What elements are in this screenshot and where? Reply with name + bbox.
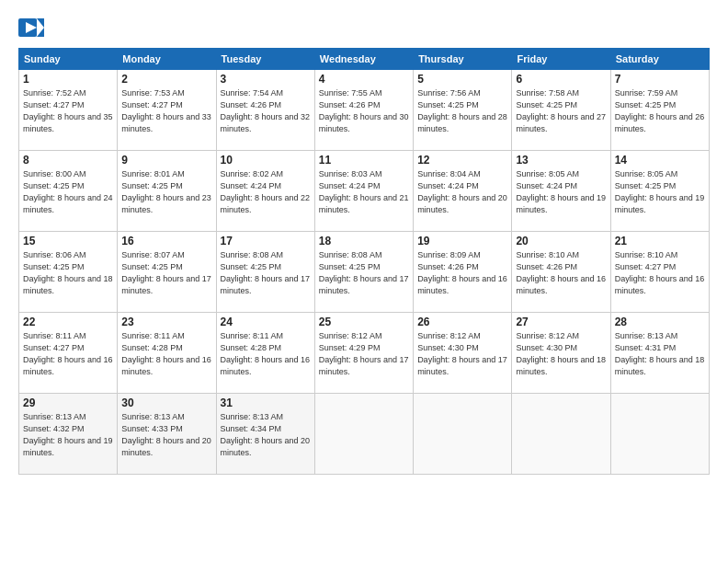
calendar-cell: 28Sunrise: 8:13 AM Sunset: 4:31 PM Dayli…: [610, 313, 709, 394]
calendar-cell: 29Sunrise: 8:13 AM Sunset: 4:32 PM Dayli…: [19, 394, 118, 475]
day-info: Sunrise: 7:56 AM Sunset: 4:25 PM Dayligh…: [417, 87, 507, 135]
day-number: 12: [417, 154, 507, 167]
day-number: 29: [23, 396, 113, 409]
day-info: Sunrise: 8:13 AM Sunset: 4:32 PM Dayligh…: [23, 411, 113, 459]
day-number: 28: [615, 316, 705, 328]
day-number: 9: [121, 154, 211, 167]
day-number: 31: [221, 396, 311, 409]
calendar-cell: 30Sunrise: 8:13 AM Sunset: 4:33 PM Dayli…: [118, 394, 216, 475]
day-info: Sunrise: 8:08 AM Sunset: 4:25 PM Dayligh…: [221, 249, 311, 297]
calendar-cell: 13Sunrise: 8:05 AM Sunset: 4:24 PM Dayli…: [512, 151, 610, 232]
header: [18, 15, 710, 40]
day-info: Sunrise: 8:03 AM Sunset: 4:24 PM Dayligh…: [319, 168, 409, 216]
day-info: Sunrise: 7:52 AM Sunset: 4:27 PM Dayligh…: [23, 87, 113, 135]
weekday-header-saturday: Saturday: [610, 49, 709, 70]
calendar-cell: 24Sunrise: 8:11 AM Sunset: 4:28 PM Dayli…: [216, 313, 314, 394]
logo: [18, 15, 48, 40]
day-info: Sunrise: 8:01 AM Sunset: 4:25 PM Dayligh…: [121, 168, 211, 216]
day-info: Sunrise: 8:13 AM Sunset: 4:33 PM Dayligh…: [121, 411, 211, 459]
weekday-header-thursday: Thursday: [414, 49, 512, 70]
calendar-cell: 7Sunrise: 7:59 AM Sunset: 4:25 PM Daylig…: [610, 70, 709, 151]
day-number: 7: [615, 73, 705, 86]
week-row-4: 22Sunrise: 8:11 AM Sunset: 4:27 PM Dayli…: [19, 313, 710, 394]
day-number: 13: [516, 154, 606, 167]
day-number: 20: [516, 235, 606, 247]
calendar-cell: 12Sunrise: 8:04 AM Sunset: 4:24 PM Dayli…: [414, 151, 512, 232]
day-info: Sunrise: 7:59 AM Sunset: 4:25 PM Dayligh…: [615, 87, 705, 135]
day-number: 26: [417, 316, 507, 328]
day-number: 14: [615, 154, 705, 167]
day-number: 2: [121, 73, 211, 86]
day-number: 24: [221, 316, 311, 328]
day-number: 23: [121, 316, 211, 328]
calendar-table: SundayMondayTuesdayWednesdayThursdayFrid…: [18, 48, 710, 475]
calendar-cell: 25Sunrise: 8:12 AM Sunset: 4:29 PM Dayli…: [314, 313, 413, 394]
day-info: Sunrise: 8:09 AM Sunset: 4:26 PM Dayligh…: [417, 249, 507, 297]
day-info: Sunrise: 8:11 AM Sunset: 4:28 PM Dayligh…: [221, 330, 311, 378]
calendar-cell: 23Sunrise: 8:11 AM Sunset: 4:28 PM Dayli…: [118, 313, 216, 394]
day-number: 17: [221, 235, 311, 247]
calendar-cell: 2Sunrise: 7:53 AM Sunset: 4:27 PM Daylig…: [118, 70, 216, 151]
calendar-cell: 15Sunrise: 8:06 AM Sunset: 4:25 PM Dayli…: [19, 232, 118, 313]
day-number: 27: [516, 316, 606, 328]
day-info: Sunrise: 8:10 AM Sunset: 4:26 PM Dayligh…: [516, 249, 606, 297]
day-number: 10: [221, 154, 311, 167]
calendar-cell: 6Sunrise: 7:58 AM Sunset: 4:25 PM Daylig…: [512, 70, 610, 151]
day-info: Sunrise: 8:07 AM Sunset: 4:25 PM Dayligh…: [121, 249, 211, 297]
calendar-cell: 20Sunrise: 8:10 AM Sunset: 4:26 PM Dayli…: [512, 232, 610, 313]
day-number: 6: [516, 73, 606, 86]
day-info: Sunrise: 8:11 AM Sunset: 4:28 PM Dayligh…: [121, 330, 211, 378]
calendar-cell: 16Sunrise: 8:07 AM Sunset: 4:25 PM Dayli…: [118, 232, 216, 313]
calendar-cell: [610, 394, 709, 475]
day-info: Sunrise: 8:08 AM Sunset: 4:25 PM Dayligh…: [319, 249, 409, 297]
day-info: Sunrise: 8:04 AM Sunset: 4:24 PM Dayligh…: [417, 168, 507, 216]
calendar-cell: 17Sunrise: 8:08 AM Sunset: 4:25 PM Dayli…: [216, 232, 314, 313]
day-number: 16: [121, 235, 211, 247]
logo-icon: [18, 15, 44, 40]
calendar-cell: 1Sunrise: 7:52 AM Sunset: 4:27 PM Daylig…: [19, 70, 118, 151]
day-info: Sunrise: 7:58 AM Sunset: 4:25 PM Dayligh…: [516, 87, 606, 135]
weekday-header-monday: Monday: [118, 49, 216, 70]
week-row-5: 29Sunrise: 8:13 AM Sunset: 4:32 PM Dayli…: [19, 394, 710, 475]
day-number: 4: [319, 73, 409, 86]
day-info: Sunrise: 8:10 AM Sunset: 4:27 PM Dayligh…: [615, 249, 705, 297]
calendar-cell: 5Sunrise: 7:56 AM Sunset: 4:25 PM Daylig…: [414, 70, 512, 151]
calendar-cell: 10Sunrise: 8:02 AM Sunset: 4:24 PM Dayli…: [216, 151, 314, 232]
calendar-cell: 11Sunrise: 8:03 AM Sunset: 4:24 PM Dayli…: [314, 151, 413, 232]
calendar-cell: 31Sunrise: 8:13 AM Sunset: 4:34 PM Dayli…: [216, 394, 314, 475]
week-row-1: 1Sunrise: 7:52 AM Sunset: 4:27 PM Daylig…: [19, 70, 710, 151]
calendar-cell: 3Sunrise: 7:54 AM Sunset: 4:26 PM Daylig…: [216, 70, 314, 151]
calendar-cell: 14Sunrise: 8:05 AM Sunset: 4:25 PM Dayli…: [610, 151, 709, 232]
day-info: Sunrise: 8:05 AM Sunset: 4:24 PM Dayligh…: [516, 168, 606, 216]
weekday-header-sunday: Sunday: [19, 49, 118, 70]
calendar-cell: [512, 394, 610, 475]
day-info: Sunrise: 8:13 AM Sunset: 4:31 PM Dayligh…: [615, 330, 705, 378]
day-number: 5: [417, 73, 507, 86]
day-number: 18: [319, 235, 409, 247]
calendar-cell: 18Sunrise: 8:08 AM Sunset: 4:25 PM Dayli…: [314, 232, 413, 313]
calendar-cell: 22Sunrise: 8:11 AM Sunset: 4:27 PM Dayli…: [19, 313, 118, 394]
day-number: 22: [23, 316, 113, 328]
day-info: Sunrise: 8:02 AM Sunset: 4:24 PM Dayligh…: [221, 168, 311, 216]
day-number: 25: [319, 316, 409, 328]
day-info: Sunrise: 8:11 AM Sunset: 4:27 PM Dayligh…: [23, 330, 113, 378]
day-number: 30: [121, 396, 211, 409]
day-info: Sunrise: 8:12 AM Sunset: 4:30 PM Dayligh…: [417, 330, 507, 378]
day-info: Sunrise: 8:12 AM Sunset: 4:30 PM Dayligh…: [516, 330, 606, 378]
calendar-cell: 9Sunrise: 8:01 AM Sunset: 4:25 PM Daylig…: [118, 151, 216, 232]
weekday-header-friday: Friday: [512, 49, 610, 70]
calendar-cell: 4Sunrise: 7:55 AM Sunset: 4:26 PM Daylig…: [314, 70, 413, 151]
day-number: 3: [221, 73, 311, 86]
svg-marker-0: [37, 18, 44, 37]
calendar-cell: [314, 394, 413, 475]
day-info: Sunrise: 8:13 AM Sunset: 4:34 PM Dayligh…: [221, 411, 311, 459]
day-info: Sunrise: 7:55 AM Sunset: 4:26 PM Dayligh…: [319, 87, 409, 135]
weekday-header-wednesday: Wednesday: [314, 49, 413, 70]
day-number: 15: [23, 235, 113, 247]
calendar-cell: 26Sunrise: 8:12 AM Sunset: 4:30 PM Dayli…: [414, 313, 512, 394]
calendar-cell: 21Sunrise: 8:10 AM Sunset: 4:27 PM Dayli…: [610, 232, 709, 313]
day-info: Sunrise: 8:05 AM Sunset: 4:25 PM Dayligh…: [615, 168, 705, 216]
day-info: Sunrise: 8:00 AM Sunset: 4:25 PM Dayligh…: [23, 168, 113, 216]
day-info: Sunrise: 7:54 AM Sunset: 4:26 PM Dayligh…: [221, 87, 311, 135]
day-info: Sunrise: 7:53 AM Sunset: 4:27 PM Dayligh…: [121, 87, 211, 135]
